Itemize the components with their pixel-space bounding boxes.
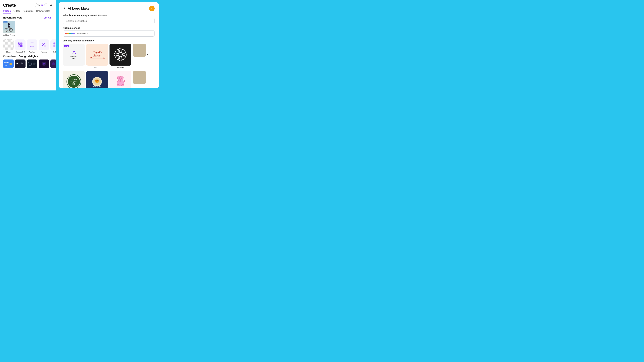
chevron-down-icon: ⌄ bbox=[150, 32, 152, 35]
svg-text:where beauty blooms: where beauty blooms bbox=[70, 86, 78, 87]
tool-remove-bg[interactable]: Remove BG bbox=[15, 39, 26, 53]
svg-rect-24 bbox=[54, 42, 56, 44]
svg-point-72 bbox=[74, 84, 75, 85]
countdown-cards-row: Twinkle Aa Aa bbox=[3, 59, 53, 68]
back-button[interactable] bbox=[63, 6, 66, 11]
svg-rect-16 bbox=[18, 42, 19, 43]
svg-rect-26 bbox=[54, 45, 56, 47]
svg-text:T: T bbox=[31, 43, 33, 46]
dot-blue bbox=[71, 33, 72, 34]
page-title: Create bbox=[3, 3, 16, 8]
gap-spacer bbox=[56, 0, 58, 90]
svg-point-4 bbox=[8, 23, 10, 26]
tool-blank[interactable]: Blank bbox=[3, 39, 14, 53]
examples-row-2: FLOWER GALLERY where beauty blooms Badge bbox=[63, 71, 154, 88]
svg-point-46 bbox=[152, 7, 152, 8]
example-card-wrapper-character: little treats Character bbox=[110, 71, 132, 88]
handdrawn-graphic: RUE PARIS RESTAURANT bbox=[88, 72, 106, 88]
recent-projects-section: Recent projects See All bbox=[0, 14, 56, 37]
svg-text:little treats: little treats bbox=[116, 87, 124, 88]
example-card-wrapper-partial2 bbox=[133, 71, 155, 88]
see-all-link[interactable]: See All bbox=[44, 16, 53, 19]
example-card-partial2[interactable] bbox=[133, 71, 146, 84]
recent-projects-title: Recent projects bbox=[3, 16, 22, 19]
example-card-abstract[interactable] bbox=[110, 44, 132, 65]
abstract-graphic bbox=[112, 46, 129, 63]
search-button[interactable] bbox=[49, 3, 53, 8]
countdown-section: Countdown: Design delights Twinkle Aa Aa bbox=[0, 53, 56, 68]
project-card[interactable]: SILVERSTAR Untitled Proje... bbox=[3, 21, 15, 36]
tab-templates[interactable]: Templates bbox=[23, 9, 34, 14]
add-text-icon-box: T bbox=[27, 39, 37, 50]
project-image: SILVERSTAR bbox=[3, 21, 15, 33]
svg-text:Aa: Aa bbox=[16, 62, 20, 65]
try-pro-button[interactable]: Try PRO bbox=[35, 3, 48, 7]
company-name-input[interactable] bbox=[63, 18, 154, 24]
svg-point-73 bbox=[72, 84, 74, 85]
svg-rect-18 bbox=[20, 42, 22, 45]
svg-point-74 bbox=[72, 83, 74, 84]
svg-point-40 bbox=[32, 66, 32, 67]
svg-point-39 bbox=[35, 60, 36, 61]
countdown-card-5[interactable] bbox=[50, 59, 56, 68]
tools-row: Blank Remove BG T bbox=[0, 39, 56, 53]
tab-photos[interactable]: Photos bbox=[3, 9, 11, 14]
examples-label: Like any of these examples? bbox=[63, 39, 154, 42]
example-card-wrapper-badge: FLOWER GALLERY where beauty blooms Badge bbox=[63, 71, 85, 88]
countdown-card-2[interactable]: Aa Aa bbox=[15, 59, 26, 68]
tab-videos[interactable]: Videos bbox=[14, 9, 20, 14]
tool-add-text[interactable]: T Add text bbox=[27, 39, 37, 53]
add-text-icon: T bbox=[30, 42, 35, 47]
example-card-wrapper-handdrawn: RUE PARIS RESTAURANT Hand-drawn bbox=[86, 71, 108, 88]
svg-point-31 bbox=[6, 65, 7, 66]
tool-add-text-label: Add text bbox=[29, 51, 35, 53]
blank-icon-box bbox=[3, 39, 14, 50]
required-tag: Required bbox=[98, 14, 108, 16]
tool-remove[interactable]: Remove bbox=[38, 39, 49, 53]
example-card-character[interactable]: little treats bbox=[110, 71, 132, 88]
example-card-combo[interactable]: Cupid's Arrow bbox=[86, 44, 108, 65]
example-card-partial1[interactable] bbox=[133, 44, 146, 57]
svg-text:GALLERY: GALLERY bbox=[70, 80, 77, 82]
svg-text:FLOWER: FLOWER bbox=[71, 79, 77, 80]
tool-collage-label: Collo... bbox=[53, 51, 56, 53]
color-set-dropdown[interactable]: Auto-select ⌄ bbox=[63, 30, 154, 36]
pro-badge: PRO bbox=[64, 45, 69, 47]
user-avatar[interactable] bbox=[149, 6, 154, 11]
example-card-handdrawn[interactable]: RUE PARIS RESTAURANT bbox=[86, 71, 108, 88]
svg-line-1 bbox=[52, 5, 52, 6]
example-card-badge[interactable]: FLOWER GALLERY where beauty blooms bbox=[63, 71, 85, 88]
upload-label: Upload yourown bbox=[69, 55, 79, 59]
svg-point-44 bbox=[52, 62, 55, 65]
company-field-label: What is your company's name? Required bbox=[63, 14, 154, 16]
tool-collage[interactable]: Collo... bbox=[50, 39, 56, 53]
recent-projects-header: Recent projects See All bbox=[3, 16, 53, 19]
countdown-card-3[interactable] bbox=[27, 59, 37, 68]
tab-draw-color[interactable]: Draw & Color bbox=[36, 9, 50, 14]
svg-rect-19 bbox=[20, 45, 22, 47]
panel-title: AI Logo Maker bbox=[68, 6, 149, 10]
example-card-wrapper-partial1 bbox=[133, 44, 155, 68]
dot-purple bbox=[73, 33, 74, 34]
svg-point-81 bbox=[97, 80, 98, 81]
project-label: Untitled Proje... bbox=[3, 34, 15, 36]
example-card-wrapper-abstract: Abstract bbox=[110, 44, 132, 68]
svg-point-79 bbox=[95, 79, 100, 83]
back-arrow-icon bbox=[63, 6, 66, 10]
countdown-card-4[interactable] bbox=[38, 59, 49, 68]
svg-text:SILVERSTAR: SILVERSTAR bbox=[4, 22, 8, 23]
example-card-wrapper-upload: PRO Upload yourown bbox=[63, 44, 85, 68]
color-dots bbox=[65, 33, 74, 34]
search-icon bbox=[50, 3, 52, 6]
mouse-cursor-icon bbox=[146, 53, 149, 56]
svg-text:Aa: Aa bbox=[21, 62, 23, 64]
svg-text:Cupid's: Cupid's bbox=[92, 50, 102, 54]
cupids-arrow-graphic: Cupid's Arrow bbox=[86, 44, 108, 65]
left-panel: Create Try PRO Photos Videos Templates D… bbox=[0, 0, 56, 90]
example-card-upload[interactable]: PRO Upload yourown bbox=[63, 44, 85, 65]
dot-yellow bbox=[67, 33, 69, 34]
countdown-card-1[interactable]: Twinkle bbox=[3, 59, 14, 68]
svg-point-91 bbox=[120, 79, 121, 80]
example-card-wrapper-combo: Cupid's Arrow Combo bbox=[86, 44, 108, 68]
dot-red bbox=[65, 33, 67, 34]
